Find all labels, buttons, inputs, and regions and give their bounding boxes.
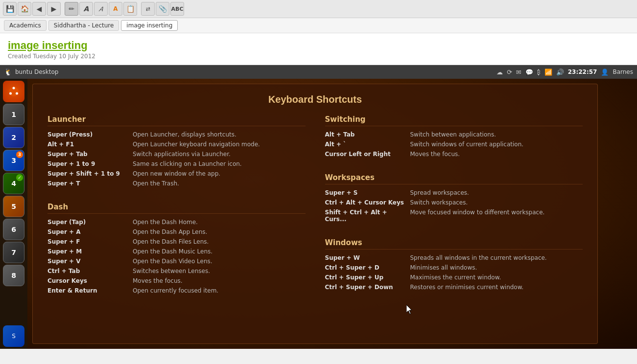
bluetooth-icon[interactable]: ₿ [537,68,541,76]
ubuntu-logo-icon[interactable]: 🐧 [4,68,12,76]
shortcut-key: Super + T [47,180,131,187]
volume-icon[interactable]: 🔊 [556,68,564,76]
launcher-app-1[interactable]: 1 [3,104,24,125]
shortcut-key: Shift + Ctrl + Alt + Curs... [325,209,408,223]
note-title: image inserting [8,39,629,52]
shortcut-desc: Open the Dash Video Lens. [133,258,306,265]
shortcut-desc: Moves the focus. [410,151,583,158]
shortcut-key: Super + Tab [47,151,131,158]
chat-icon[interactable]: 💬 [525,68,533,76]
shortcut-desc: Same as clicking on a Launcher icon. [133,160,306,167]
section-workspaces: Workspaces Super + S Spread workspaces. … [325,173,583,223]
shortcut-key: Super (Tap) [47,219,131,226]
section-launcher-title: Launcher [47,115,306,126]
nav-button[interactable]: ⇄ [141,2,155,16]
shortcut-desc: Open the Dash Music Lens. [133,248,306,255]
launcher-app-5[interactable]: 5 [3,196,24,217]
toolbar: 💾 🏠 ◀ ▶ ✏️ A 𝘈 A 📋 ⇄ 📎 ABC [0,0,637,18]
shortcut-row: Super + T Open the Trash. [47,180,306,187]
shortcut-desc: Open new window of the app. [133,170,306,177]
spell-button[interactable]: ABC [170,2,184,16]
note-date: Created Tuesday 10 July 2012 [8,53,629,60]
section-windows: Windows Super + W Spreads all windows in… [325,238,583,291]
network-icon[interactable]: 📶 [544,68,552,76]
user-icon[interactable]: 👤 [601,68,609,76]
launcher-app-2-label: 2 [11,134,16,141]
ubuntu-panel: 🐧 buntu Desktop ☁ ⟳ ✉ 💬 ₿ 📶 🔊 23:22:57 👤… [0,65,637,79]
breadcrumb-academics[interactable]: Academics [4,20,47,31]
launcher-app-4-badge: ✓ [16,174,23,181]
shortcut-key: Ctrl + Super + D [325,264,408,271]
shortcut-desc: Restores or minimises current window. [410,284,583,291]
breadcrumb-current[interactable]: image inserting [121,20,178,31]
search-a-button[interactable]: A [79,2,93,16]
section-dash-title: Dash [47,203,306,214]
panel-title: buntu Desktop [15,68,58,75]
home-button[interactable]: 🏠 [18,2,31,16]
launcher-app-7-label: 7 [11,249,16,256]
svg-point-2 [9,92,12,95]
shortcut-row: Alt + F1 Open Launcher keyboard navigati… [47,141,306,148]
section-windows-title: Windows [325,238,583,250]
forward-button[interactable]: ▶ [47,2,61,16]
breadcrumb-bar: Academics Siddhartha - Lecture image ins… [0,18,637,33]
shortcut-row: Cursor Left or Right Moves the focus. [325,151,583,158]
attach-button[interactable]: 📎 [156,2,169,16]
shortcut-desc: Switch workspaces. [410,199,583,206]
shortcut-key: Alt + ` [325,141,408,148]
shortcut-key: Super + Shift + 1 to 9 [47,170,131,177]
shortcut-row: Super + V Open the Dash Video Lens. [47,258,306,265]
launcher-app-3[interactable]: 3 3 [3,150,24,171]
shortcut-desc: Maximises the current window. [410,274,583,281]
cloud-icon[interactable]: ☁ [496,68,503,76]
shortcut-desc: Open the Dash App Lens. [133,228,306,235]
shortcuts-grid: Launcher Super (Press) Open Launcher, di… [47,115,583,302]
launcher-app-4[interactable]: 4 ✓ [3,173,24,194]
back-button[interactable]: ◀ [32,2,46,16]
launcher-app-1-label: 1 [11,111,16,118]
shortcut-desc: Moves the focus. [133,277,306,284]
launcher-app-4-label: 4 [11,180,16,187]
shortcut-key: Enter & Return [47,287,131,294]
launcher-app-8[interactable]: 8 [3,265,24,286]
shortcut-key: Super + V [47,258,131,265]
shortcut-row: Enter & Return Open currently focused it… [47,287,306,294]
panel-user: Barnes [613,68,633,75]
save-button[interactable]: 💾 [3,2,17,16]
shortcut-key: Super (Press) [47,131,131,138]
launcher-app-6-label: 6 [11,226,16,233]
launcher-app-s[interactable]: S [3,325,24,347]
shortcut-row: Cursor Keys Moves the focus. [47,277,306,284]
launcher-app-7[interactable]: 7 [3,242,24,263]
edit-button[interactable]: ✏️ [65,2,78,16]
launcher-app-2[interactable]: 2 [3,127,24,148]
section-launcher: Launcher Super (Press) Open Launcher, di… [47,115,306,187]
launcher-ubuntu[interactable] [3,81,24,102]
shortcut-desc: Move focused window to different workspa… [410,209,583,223]
launcher-app-6[interactable]: 6 [3,219,24,240]
clipboard-button[interactable]: 📋 [123,2,137,16]
breadcrumb-lecture[interactable]: Siddhartha - Lecture [48,20,119,31]
shortcut-key: Cursor Left or Right [325,151,408,158]
shortcut-row: Super + A Open the Dash App Lens. [47,228,306,235]
desktop: 🐧 buntu Desktop ☁ ⟳ ✉ 💬 ₿ 📶 🔊 23:22:57 👤… [0,65,637,349]
sync-icon[interactable]: ⟳ [507,68,512,76]
shortcut-desc: Open Launcher keyboard navigation mode. [133,141,306,148]
shortcut-key: Alt + F1 [47,141,131,148]
shortcut-row: Ctrl + Tab Switches between Lenses. [47,268,306,274]
section-dash: Dash Super (Tap) Open the Dash Home. Sup… [47,203,306,294]
shortcut-desc: Open the Dash Home. [133,219,306,226]
amazon-button[interactable]: A [109,2,122,16]
shortcuts-title: Keyboard Shortcuts [47,94,583,105]
shortcut-desc: Open Launcher, displays shortcuts. [133,131,306,138]
shortcut-row: Super + F Open the Dash Files Lens. [47,238,306,245]
shortcut-key: Ctrl + Super + Down [325,284,408,291]
shortcut-desc: Minimises all windows. [410,264,583,271]
shortcut-row: Super + M Open the Dash Music Lens. [47,248,306,255]
shortcut-row: Alt + Tab Switch between applications. [325,131,583,138]
italic-a-button[interactable]: 𝘈 [94,2,108,16]
shortcut-row: Ctrl + Super + Up Maximises the current … [325,274,583,281]
mail-icon[interactable]: ✉ [516,68,521,76]
shortcut-row: Super + S Spread workspaces. [325,189,583,196]
section-switching: Switching Alt + Tab Switch between appli… [325,115,583,158]
